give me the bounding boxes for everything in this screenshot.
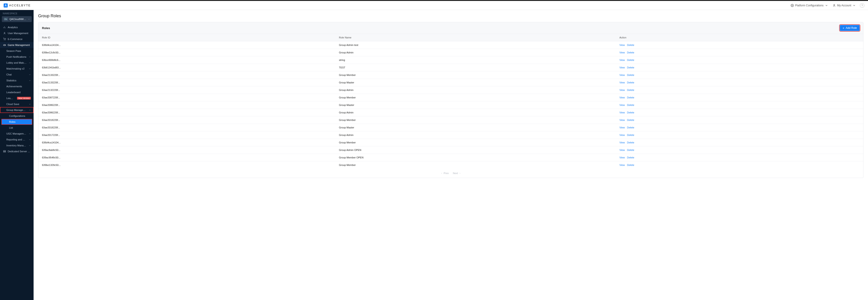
card-header: Roles + Add Role (38, 22, 863, 34)
sidebar-item-game-management[interactable]: Game Management (0, 42, 34, 48)
cell-actions: ViewDelete (616, 154, 863, 161)
sidebar-item-user-management[interactable]: User Management (0, 30, 34, 36)
cell-role-id: 63ae2132226f... (38, 86, 335, 94)
column-header-role-name: Role Name (335, 34, 616, 42)
delete-link[interactable]: Delete (627, 66, 634, 69)
view-link[interactable]: View (619, 111, 625, 114)
delete-link[interactable]: Delete (627, 96, 634, 99)
delete-link[interactable]: Delete (627, 148, 634, 152)
sidebar-item-configurations[interactable]: Configurations (0, 113, 34, 119)
delete-link[interactable]: Delete (627, 119, 634, 121)
page-title: Group Roles (38, 13, 864, 19)
cell-role-id: 638d4ca14104... (38, 42, 335, 49)
view-link[interactable]: View (619, 148, 625, 152)
view-link[interactable]: View (619, 126, 625, 129)
delete-link[interactable]: Delete (627, 141, 634, 144)
sidebar-item-chat[interactable]: Chat (0, 72, 34, 78)
sidebar-item-list[interactable]: List (0, 125, 34, 131)
view-link[interactable]: View (619, 164, 625, 166)
delete-link[interactable]: Delete (627, 104, 634, 106)
chart-icon (3, 26, 6, 29)
view-link[interactable]: View (619, 51, 625, 54)
brand-logo[interactable]: A ACCELBYTE (4, 3, 31, 7)
delete-link[interactable]: Delete (627, 164, 634, 166)
sidebar-item-achievements[interactable]: Achievements (0, 83, 34, 89)
sidebar-item-ugc-management[interactable]: UGC Management (0, 131, 34, 137)
delete-link[interactable]: Delete (627, 126, 634, 129)
view-link[interactable]: View (619, 156, 625, 159)
cell-actions: ViewDelete (616, 42, 863, 49)
pager-prev-label: Prev (443, 172, 449, 174)
sidebar-item-lobby-matchmaking[interactable]: Lobby and Matchmaking (0, 60, 34, 66)
sidebar-item-ecommerce[interactable]: E-Commerce (0, 36, 34, 42)
sidebar-item-analytics[interactable]: Analytics (0, 24, 34, 30)
delete-link[interactable]: Delete (627, 44, 634, 46)
chevron-left-icon (441, 172, 443, 174)
sidebar-item-label: UGC Management (6, 132, 27, 135)
sidebar-item-matchmaking-v2[interactable]: Matchmaking v2 (0, 66, 34, 72)
view-link[interactable]: View (619, 89, 625, 91)
sidebar-item-push-notifications[interactable]: Push Notifications (0, 54, 34, 60)
delete-link[interactable]: Delete (627, 74, 634, 76)
view-link[interactable]: View (619, 134, 625, 136)
cell-role-name: Group Member (335, 161, 616, 169)
pager-next[interactable]: Next (453, 172, 461, 174)
sidebar-item-cloud-save[interactable]: Cloud Save (0, 101, 34, 107)
view-link[interactable]: View (619, 74, 625, 76)
delete-link[interactable]: Delete (627, 59, 634, 61)
sidebar-item-inventory-management[interactable]: Inventory Management (0, 142, 34, 148)
help-button[interactable]: ? (860, 3, 864, 8)
cell-actions: ViewDelete (616, 109, 863, 116)
view-link[interactable]: View (619, 141, 625, 144)
sidebar-item-season-pass[interactable]: Season Pass (0, 48, 34, 54)
roles-card: Roles + Add Role Role ID Role Name Actio… (38, 22, 864, 178)
cell-actions: ViewDelete (616, 56, 863, 64)
sidebar-item-dedicated-server[interactable]: Dedicated Server Management (0, 148, 34, 154)
cell-role-id: 639ac8ab8c50... (38, 146, 335, 154)
view-link[interactable]: View (619, 59, 625, 61)
cell-role-name: Group Member (335, 139, 616, 146)
delete-link[interactable]: Delete (627, 134, 634, 136)
cell-role-id: 63ae2018226f... (38, 116, 335, 124)
delete-link[interactable]: Delete (627, 89, 634, 91)
sidebar-item-group-management[interactable]: Group Management (0, 107, 34, 113)
sidebar-item-leaderboard-new[interactable]: Leaderboard New Version (0, 95, 34, 101)
delete-link[interactable]: Delete (627, 156, 634, 159)
platform-configurations-menu[interactable]: Platform Configurations (788, 4, 830, 7)
sidebar-item-statistics[interactable]: Statistics (0, 78, 34, 83)
namespace-selector[interactable]: CL QACloudNWOToni2 (2, 16, 32, 22)
cell-actions: ViewDelete (616, 49, 863, 56)
user-icon (833, 4, 836, 7)
cell-role-name: Group Admin (335, 131, 616, 139)
delete-link[interactable]: Delete (627, 81, 634, 84)
view-link[interactable]: View (619, 44, 625, 46)
view-link[interactable]: View (619, 119, 625, 121)
cell-actions: ViewDelete (616, 124, 863, 131)
sidebar-item-roles[interactable]: Roles (1, 119, 32, 125)
delete-link[interactable]: Delete (627, 111, 634, 114)
add-role-button[interactable]: + Add Role (840, 25, 860, 31)
cell-role-name: Group Master (335, 79, 616, 86)
my-account-menu[interactable]: My Account (830, 4, 858, 7)
table-row: 63ae2017226f...Group AdminViewDelete (38, 131, 863, 139)
delete-link[interactable]: Delete (627, 51, 634, 54)
server-icon (3, 150, 6, 153)
view-link[interactable]: View (619, 66, 625, 69)
chevron-down-icon (29, 103, 31, 105)
view-link[interactable]: View (619, 81, 625, 84)
main-content: Group Roles Roles + Add Role Role ID Rol… (34, 10, 868, 300)
cell-role-name: Group Admin (335, 109, 616, 116)
sidebar-item-leaderboard[interactable]: Leaderboard (0, 89, 34, 95)
pager-next-label: Next (453, 172, 458, 174)
pager-prev[interactable]: Prev (441, 172, 449, 174)
sidebar-item-label: Analytics (8, 26, 31, 29)
cell-role-id: 639ac9548c50... (38, 154, 335, 161)
brand-name: ACCELBYTE (9, 4, 31, 7)
sidebar-item-reporting-moderation[interactable]: Reporting and Moderation (0, 137, 34, 142)
namespace-name: QACloudNWOToni2 (9, 18, 27, 21)
view-link[interactable]: View (619, 104, 625, 106)
cell-role-id: 63bce908d8c6... (38, 56, 335, 64)
cell-role-id: 63ae2017226f... (38, 131, 335, 139)
view-link[interactable]: View (619, 96, 625, 99)
svg-point-0 (792, 5, 793, 6)
